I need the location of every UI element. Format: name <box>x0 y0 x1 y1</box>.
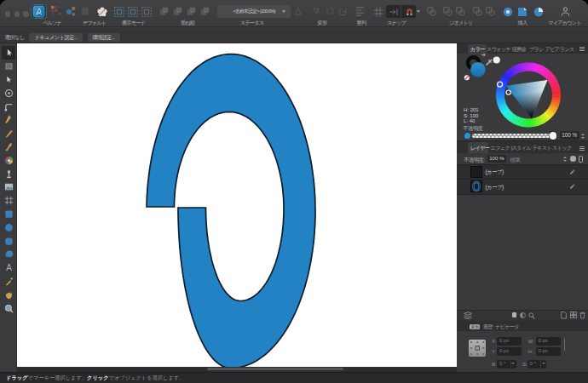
svg-text:A: A <box>6 263 12 272</box>
